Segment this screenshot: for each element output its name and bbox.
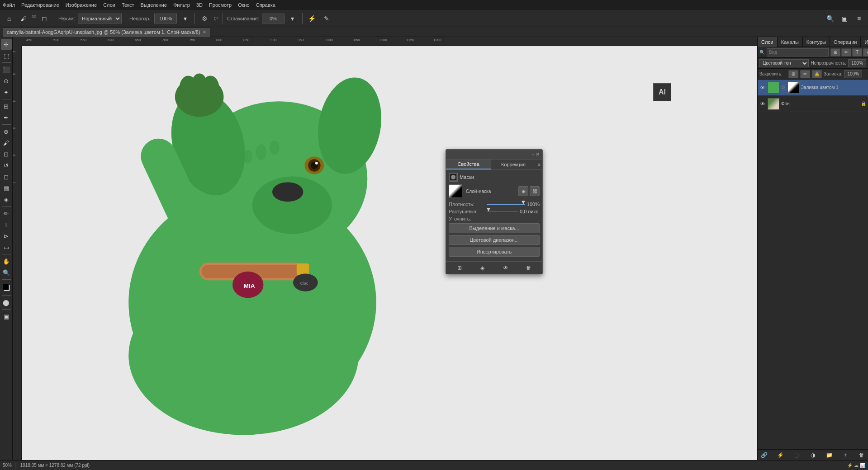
tab-layers[interactable]: Слои	[758, 37, 778, 47]
shape-tool[interactable]: ▭	[1, 242, 12, 253]
opacity-arrow[interactable]: ▾	[179, 12, 191, 25]
search-button[interactable]: 🔍	[824, 12, 836, 25]
adjustment-layer-btn[interactable]: ◑	[808, 451, 817, 459]
pen-tool[interactable]: ✏	[1, 208, 12, 219]
density-slider[interactable]	[487, 202, 525, 207]
menu-select[interactable]: Выделение	[141, 2, 167, 8]
hand-tool[interactable]: ✋	[1, 256, 12, 267]
tab-actions[interactable]: Операции	[830, 37, 861, 47]
flow-input[interactable]	[262, 14, 285, 24]
filter-type-btn[interactable]: ⊞	[830, 48, 840, 56]
canvas-content[interactable]: MIA Clac Al	[22, 46, 757, 460]
opacity-label: Непрозр.:	[129, 16, 152, 21]
masks-title: Маски	[460, 174, 474, 180]
gradient-tool[interactable]: ▦	[1, 183, 12, 193]
prop-visibility-btn[interactable]: 👁	[501, 263, 511, 273]
lock-all-btn[interactable]: 🔒	[812, 70, 822, 78]
symmetry-button[interactable]: ⚡	[306, 12, 318, 25]
arrange-button[interactable]: ▣	[838, 12, 851, 25]
flow-arrow[interactable]: ▾	[286, 12, 299, 25]
menu-3d[interactable]: 3D	[196, 2, 203, 8]
canvas-corner	[13, 37, 22, 46]
invert-btn[interactable]: Инвертировать	[449, 247, 540, 257]
brush-tool[interactable]: 🖌	[1, 137, 12, 148]
tab-history[interactable]: История	[861, 37, 868, 47]
move-tool[interactable]: ✛	[1, 39, 12, 50]
crop-tool[interactable]: ⊞	[1, 101, 12, 112]
stamp-tool[interactable]: ⊡	[1, 149, 12, 160]
prop-delete-btn[interactable]: 🗑	[524, 263, 534, 273]
menu-file[interactable]: Файл	[3, 2, 15, 8]
layer-visibility-fill[interactable]: 👁	[759, 85, 766, 91]
new-layer-btn[interactable]: +	[841, 451, 850, 459]
doc-tab-close[interactable]: ×	[203, 29, 206, 35]
layer-item-fill[interactable]: 👁 ⛓ Заливка цветом 1	[758, 80, 868, 96]
prop-filter-btn[interactable]: ◈	[478, 263, 488, 273]
menu-layers[interactable]: Слои	[103, 2, 115, 8]
menu-view[interactable]: Просмотр	[209, 2, 232, 8]
add-mask-btn[interactable]: ◻	[792, 451, 801, 459]
link-layers-btn[interactable]: 🔗	[759, 451, 768, 459]
select-mask-btn[interactable]: Выделение и маска...	[449, 223, 540, 233]
color-picker[interactable]	[1, 282, 12, 293]
filter-mode-btn[interactable]: T	[852, 48, 862, 56]
quick-select-tool[interactable]: ✦	[1, 87, 12, 98]
mask-link-btn[interactable]: ⛓	[530, 186, 540, 196]
extra-button[interactable]: ✎	[320, 12, 333, 25]
path-select-tool[interactable]: ⊳	[1, 230, 12, 241]
eyedropper-tool[interactable]: ✒	[1, 112, 12, 123]
lasso-tool[interactable]: ⊙	[1, 75, 12, 86]
mask-thumbnail[interactable]	[449, 184, 462, 198]
brush-tool-button[interactable]: 🖌	[17, 12, 30, 25]
layer-visibility-bg[interactable]: 👁	[759, 101, 766, 107]
zoom-tool[interactable]: 🔍	[1, 267, 12, 278]
color-range-btn[interactable]: Цветовой диапазон...	[449, 235, 540, 245]
heal-tool[interactable]: ⊕	[1, 126, 12, 137]
prop-tab-correction[interactable]: Коррекция	[491, 160, 536, 169]
home-button[interactable]: ⌂	[3, 12, 15, 25]
menu-window[interactable]: Окно	[238, 2, 250, 8]
document-tab[interactable]: camylla-battani-AoqgGAqrlpU-unsplash.jpg…	[3, 27, 210, 37]
properties-close[interactable]: ✕	[536, 151, 540, 157]
menu-image[interactable]: Изображение	[66, 2, 97, 8]
quick-mask-button[interactable]: ⬤	[1, 297, 12, 308]
fill-value-input[interactable]	[844, 70, 862, 78]
properties-header[interactable]: − ✕	[446, 150, 542, 160]
menu-text[interactable]: Текст	[122, 2, 134, 8]
blending-mode-select[interactable]: Цветовой тон	[759, 59, 809, 67]
opacity-input[interactable]	[154, 14, 177, 24]
lock-pixels-btn[interactable]: ✏	[800, 70, 810, 78]
text-tool[interactable]: T	[1, 219, 12, 230]
prop-grid-btn[interactable]: ⊞	[455, 263, 465, 273]
feather-slider[interactable]	[487, 209, 518, 214]
settings-button[interactable]: ⚙	[198, 12, 211, 25]
select-tool[interactable]: ⬛	[1, 64, 12, 75]
lock-position-btn[interactable]: ⊞	[788, 70, 798, 78]
prop-panel-menu[interactable]: ≡	[538, 162, 541, 167]
prop-tab-properties[interactable]: Свойства	[446, 160, 491, 169]
delete-layer-btn[interactable]: 🗑	[857, 451, 866, 459]
blur-tool[interactable]: ◈	[1, 194, 12, 205]
artboard-tool[interactable]: ⬚	[1, 50, 12, 61]
tab-paths[interactable]: Контуры	[803, 37, 830, 47]
mask-options-btn[interactable]: ⊞	[518, 186, 528, 196]
group-layers-btn[interactable]: 📁	[825, 451, 834, 459]
add-style-btn[interactable]: ⚡	[776, 451, 785, 459]
opacity-value-input[interactable]	[848, 59, 866, 67]
mode-select[interactable]: Нормальный	[78, 14, 122, 24]
filter-attr-btn[interactable]: ★	[863, 48, 868, 56]
layers-search-input[interactable]	[767, 48, 829, 56]
menu-edit[interactable]: Редактирование	[21, 2, 59, 8]
history-tool[interactable]: ↺	[1, 160, 12, 171]
menu-help[interactable]: Справка	[256, 2, 275, 8]
screen-mode-button[interactable]: ▣	[1, 311, 12, 322]
properties-minimize[interactable]: −	[532, 151, 535, 157]
tab-channels[interactable]: Каналы	[778, 37, 803, 47]
layer-item-bg[interactable]: 👁 Фон 🔒	[758, 96, 868, 112]
panel-button[interactable]: ≡	[853, 12, 865, 25]
filter-edit-btn[interactable]: ✏	[841, 48, 851, 56]
menu-filter[interactable]: Фильтр	[173, 2, 190, 8]
canvas-area[interactable]: 450 500 550 600 650 700 750 800 850 900 …	[13, 37, 757, 460]
eraser-button[interactable]: ◻	[38, 12, 51, 25]
eraser-tool[interactable]: ◻	[1, 171, 12, 182]
